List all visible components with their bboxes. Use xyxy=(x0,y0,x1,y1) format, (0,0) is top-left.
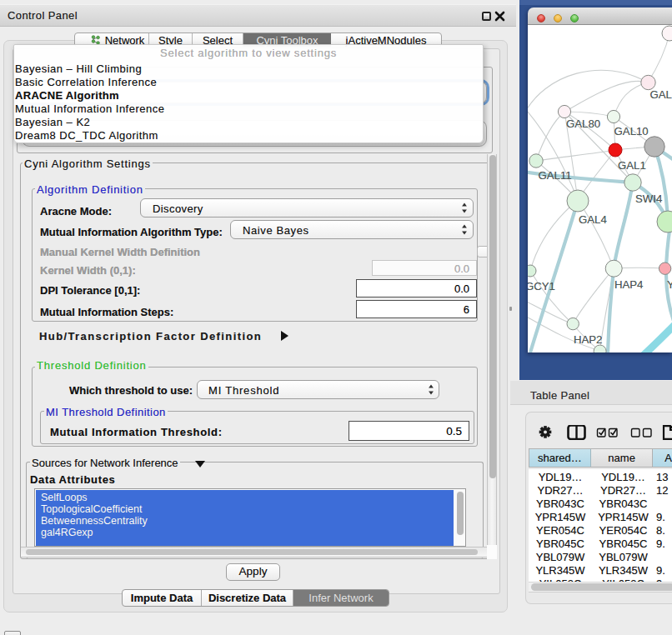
svg-text:YMR: YMR xyxy=(667,278,672,291)
svg-text:HAP2: HAP2 xyxy=(574,333,602,346)
svg-text:GAL1: GAL1 xyxy=(618,159,646,172)
svg-text:GAL80: GAL80 xyxy=(566,118,600,130)
svg-text:HAP4: HAP4 xyxy=(614,278,643,291)
svg-text:GAL10: GAL10 xyxy=(614,125,649,138)
svg-text:GAL4: GAL4 xyxy=(579,213,607,226)
svg-text:GCY1: GCY1 xyxy=(528,280,555,292)
svg-text:SWI4: SWI4 xyxy=(635,192,662,205)
svg-text:GAL11: GAL11 xyxy=(539,169,572,182)
svg-text:GAL7: GAL7 xyxy=(650,88,672,101)
